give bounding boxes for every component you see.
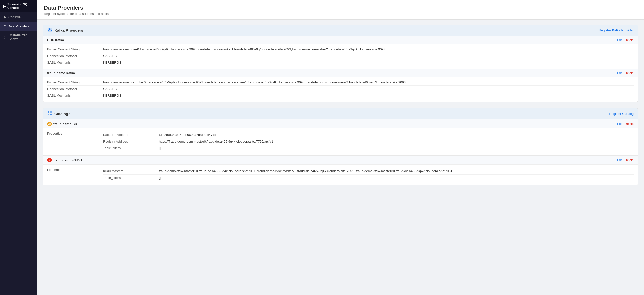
fraud-demo-sr-delete-button[interactable]: Delete	[625, 122, 634, 126]
props-label: Broker Connect String	[47, 80, 103, 84]
catalogs-section-header: Catalogs + Register Catalog	[43, 108, 638, 119]
props-value: []	[159, 146, 161, 150]
catalogs-section-icon	[47, 111, 52, 116]
props-row: Properties Kafka Provider Id 612286f34a8…	[47, 130, 634, 152]
props-label: SASL Mechanism	[47, 94, 103, 97]
props-sub-row: Registry Address https://fraud-demo-csm-…	[103, 138, 634, 145]
svg-point-1	[49, 28, 50, 29]
props-label: Broker Connect String	[47, 47, 103, 51]
props-value: SASL/SSL	[103, 87, 118, 91]
props-label: Table_filters	[103, 176, 159, 180]
sr-catalog-icon: SR	[47, 122, 52, 126]
page-subtitle: Register systems for data sources and si…	[44, 12, 637, 16]
svg-rect-7	[50, 111, 52, 113]
svg-point-2	[48, 30, 49, 31]
properties-group-label: Properties	[47, 168, 103, 181]
content-area: Kafka Providers + Register Kafka Provide…	[37, 20, 644, 197]
props-value: https://fraud-demo-csm-master0.fraud-de.…	[159, 140, 273, 143]
cdp-kafka-card: CDP Kafka Edit Delete Broker Connect Str…	[43, 36, 638, 69]
fraud-demo-kudu-actions: Edit Delete	[617, 158, 634, 162]
fraud-demo-kudu-header: K fraud-demo-KUDU Edit Delete	[43, 156, 638, 165]
props-label: Table_filters	[103, 146, 159, 150]
props-sub-row: Table_filters []	[103, 145, 634, 151]
kafka-section-header: Kafka Providers + Register Kafka Provide…	[43, 25, 638, 36]
props-label: Connection Protocol	[47, 54, 103, 58]
props-sub-row: Table_filters []	[103, 175, 634, 181]
props-label: Kafka Provider Id	[103, 133, 159, 137]
fraud-demo-kudu-name: K fraud-demo-KUDU	[47, 158, 82, 162]
props-group: Kudu Masters fraud-demo-rtdw-master10.fr…	[103, 168, 634, 181]
fraud-demo-sr-edit-button[interactable]: Edit	[617, 122, 622, 126]
props-label: Registry Address	[103, 140, 159, 143]
fraud-demo-kafka-edit-button[interactable]: Edit	[617, 71, 622, 75]
main-content: Data Providers Register systems for data…	[37, 0, 644, 295]
cdp-kafka-actions: Edit Delete	[617, 38, 634, 42]
props-value: KERBEROS	[103, 61, 121, 64]
props-sub-row: Kudu Masters fraud-demo-rtdw-master10.fr…	[103, 168, 634, 175]
fraud-demo-kudu-card: K fraud-demo-KUDU Edit Delete Properties…	[43, 156, 638, 185]
props-row: SASL Mechanism KERBEROS	[47, 92, 634, 99]
fraud-demo-kafka-name: fraud-demo-kafka	[47, 71, 75, 75]
kafka-providers-section: Kafka Providers + Register Kafka Provide…	[43, 25, 638, 102]
properties-group-label: Properties	[47, 132, 103, 151]
sidebar-label-materialized-views: Materialized Views	[10, 33, 33, 41]
catalogs-section: Catalogs + Register Catalog SR fraud-dem…	[43, 108, 638, 185]
page-header: Data Providers Register systems for data…	[37, 0, 644, 20]
props-group: Kafka Provider Id 612286f34a81422c9693a7…	[103, 132, 634, 151]
fraud-demo-sr-actions: Edit Delete	[617, 122, 634, 126]
props-value: 612286f34a81422c9693a7b8182c477d	[159, 133, 216, 137]
terminal-icon: ▶	[3, 4, 6, 8]
props-row: Properties Kudu Masters fraud-demo-rtdw-…	[47, 167, 634, 182]
props-label: SASL Mechanism	[47, 61, 103, 64]
register-catalog-button[interactable]: + Register Catalog	[606, 112, 634, 116]
page-title: Data Providers	[44, 5, 637, 11]
fraud-demo-kudu-edit-button[interactable]: Edit	[617, 158, 622, 162]
props-label: Kudu Masters	[103, 169, 159, 173]
fraud-demo-sr-props: Properties Kafka Provider Id 612286f34a8…	[43, 128, 638, 155]
kafka-section-icon	[47, 27, 52, 32]
svg-rect-6	[48, 111, 49, 113]
props-row: Connection Protocol SASL/SSL	[47, 86, 634, 92]
console-icon: ▶	[4, 15, 6, 19]
kafka-section-title: Kafka Providers	[47, 27, 83, 33]
props-row: Connection Protocol SASL/SSL	[47, 53, 634, 59]
fraud-demo-kafka-props: Broker Connect String fraud-demo-csm-cor…	[43, 77, 638, 102]
cdp-kafka-delete-button[interactable]: Delete	[625, 38, 634, 42]
kafka-icon	[47, 27, 52, 33]
cdp-kafka-name: CDP Kafka	[47, 38, 64, 42]
cdp-kafka-props: Broker Connect String fraud-demo-csa-wor…	[43, 44, 638, 69]
fraud-demo-kudu-delete-button[interactable]: Delete	[625, 158, 634, 162]
props-row: SASL Mechanism KERBEROS	[47, 59, 634, 66]
cdp-kafka-edit-button[interactable]: Edit	[617, 38, 622, 42]
register-kafka-provider-button[interactable]: + Register Kafka Provider	[596, 28, 634, 32]
fraud-demo-sr-name: SR fraud-demo-SR	[47, 122, 77, 126]
fraud-demo-sr-header: SR fraud-demo-SR Edit Delete	[43, 119, 638, 128]
data-providers-icon: ≡	[4, 24, 6, 28]
materialized-views-icon: ◯	[4, 35, 8, 39]
sidebar: ▶ Streaming SQL Console ▶ Console ≡ Data…	[0, 0, 37, 295]
sidebar-item-data-providers[interactable]: ≡ Data Providers	[0, 22, 37, 31]
props-sub-row: Kafka Provider Id 612286f34a81422c9693a7…	[103, 132, 634, 138]
props-value: SASL/SSL	[103, 54, 118, 58]
app-logo: ▶ Streaming SQL Console	[0, 0, 37, 12]
props-value: []	[159, 176, 161, 180]
catalogs-icon	[47, 111, 52, 117]
props-value: KERBEROS	[103, 94, 121, 97]
sidebar-label-data-providers: Data Providers	[8, 24, 29, 28]
fraud-demo-kafka-delete-button[interactable]: Delete	[625, 71, 634, 75]
props-value: fraud-demo-rtdw-master10.fraud-de.a465-9…	[159, 169, 452, 173]
svg-rect-8	[48, 114, 49, 115]
props-value: fraud-demo-csm-corebroker0.fraud-de.a465…	[103, 80, 406, 84]
fraud-demo-kafka-header: fraud-demo-kafka Edit Delete	[43, 69, 638, 77]
props-row: Broker Connect String fraud-demo-csa-wor…	[47, 46, 634, 53]
catalogs-section-title: Catalogs	[47, 111, 70, 117]
svg-point-3	[51, 30, 52, 31]
sidebar-label-console: Console	[8, 15, 21, 19]
cdp-kafka-header: CDP Kafka Edit Delete	[43, 36, 638, 44]
fraud-demo-kafka-actions: Edit Delete	[617, 71, 634, 75]
props-label: Connection Protocol	[47, 87, 103, 91]
kudu-catalog-icon: K	[47, 158, 52, 162]
sidebar-item-console[interactable]: ▶ Console	[0, 12, 37, 22]
svg-rect-9	[50, 114, 52, 115]
sidebar-item-materialized-views[interactable]: ◯ Materialized Views	[0, 31, 37, 43]
